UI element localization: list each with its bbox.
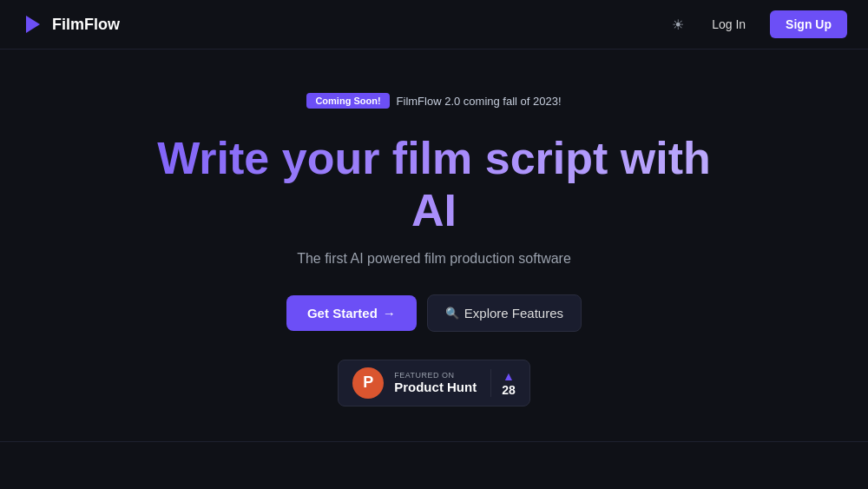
arrow-right-icon: → <box>383 306 396 320</box>
navbar: FilmFlow ☀ Log In Sign Up <box>0 0 868 50</box>
product-hunt-votes: ▲ 28 <box>490 369 516 397</box>
sun-icon: ☀ <box>672 17 684 32</box>
hero-buttons: Get Started → 🔍 Explore Features <box>286 294 582 332</box>
signup-button[interactable]: Sign Up <box>770 10 847 38</box>
product-hunt-name: Product Hunt <box>394 380 477 394</box>
product-hunt-text: FEATURED ON Product Hunt <box>394 371 477 394</box>
hero-title: Write your film script with AI <box>130 133 738 237</box>
upvote-arrow-icon: ▲ <box>503 369 515 383</box>
search-icon: 🔍 <box>445 307 459 320</box>
announcement-banner: Coming Soon! FilmFlow 2.0 coming fall of… <box>306 93 561 109</box>
svg-marker-0 <box>26 16 40 33</box>
vote-count: 28 <box>502 383 516 397</box>
banner-text: FilmFlow 2.0 coming fall of 2023! <box>397 95 562 108</box>
explore-features-button[interactable]: 🔍 Explore Features <box>427 294 582 332</box>
login-button[interactable]: Log In <box>701 12 756 36</box>
content-heading: Never let writers block hold you back ag… <box>69 486 642 489</box>
navbar-actions: ☀ Log In Sign Up <box>668 10 847 38</box>
theme-toggle-button[interactable]: ☀ <box>668 13 687 36</box>
get-started-button[interactable]: Get Started → <box>286 295 417 331</box>
coming-soon-badge: Coming Soon! <box>306 93 389 109</box>
brand-logo: FilmFlow <box>21 12 120 36</box>
brand-name: FilmFlow <box>52 16 120 34</box>
hero-section: Coming Soon! FilmFlow 2.0 coming fall of… <box>0 50 868 433</box>
brand-icon <box>21 12 45 36</box>
section-divider <box>0 441 868 442</box>
content-section: Never let writers block hold you back ag… <box>0 451 712 489</box>
hero-subtitle: The first AI powered film production sof… <box>297 251 571 267</box>
featured-on-label: FEATURED ON <box>394 371 454 380</box>
product-hunt-logo: P <box>352 367 384 399</box>
product-hunt-badge[interactable]: P FEATURED ON Product Hunt ▲ 28 <box>338 360 530 406</box>
